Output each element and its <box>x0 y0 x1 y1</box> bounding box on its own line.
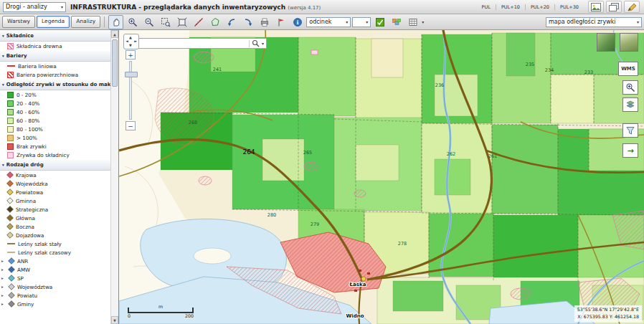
legend-label: Województwa <box>17 284 52 290</box>
tool-next-view[interactable] <box>240 15 255 29</box>
edit-button[interactable] <box>624 1 640 13</box>
pan-down-icon[interactable]: ▼ <box>129 44 132 47</box>
segment-select[interactable]: odcinek ▾ <box>306 17 351 27</box>
legend-item[interactable]: ▸ANR <box>0 257 110 265</box>
legend-item[interactable]: 20 - 40% <box>0 99 110 108</box>
pan-left-icon[interactable]: ◄ <box>126 39 128 43</box>
map[interactable]: 246 241 236 235 234 233 268 264 265 262 … <box>119 30 644 324</box>
legend-item[interactable]: ▸SP <box>0 274 110 282</box>
zoom-slider-handle[interactable] <box>125 72 138 77</box>
pan-pad[interactable]: ▲ ▼ ◄ ► <box>123 34 139 49</box>
sidebar-scrollbar[interactable]: ▲ ▼ <box>110 30 118 324</box>
chevron-down-icon[interactable]: ▾ <box>262 41 264 46</box>
export-image-button[interactable] <box>588 1 604 13</box>
pan-right-icon[interactable]: ► <box>134 39 137 43</box>
tool-pan[interactable] <box>108 15 123 29</box>
legend-item[interactable]: ▸AMW <box>0 265 110 274</box>
tab-warstwy[interactable]: Warstwy <box>2 16 35 28</box>
tool-apply-green[interactable] <box>372 15 387 29</box>
legend-item[interactable]: Dojazdowa <box>0 231 110 239</box>
mode-select[interactable]: Drogi - analizy ▾ <box>3 2 66 12</box>
legend-item[interactable]: 0 - 20% <box>0 90 110 99</box>
info-icon: i <box>293 17 303 27</box>
zoom-layer-button[interactable] <box>622 80 638 95</box>
road-swatch-icon <box>6 171 14 178</box>
legend-section-bariery[interactable]: ▾Bariery <box>0 50 110 62</box>
tool-palette[interactable] <box>389 15 404 29</box>
legend-item[interactable]: Bariera powierzchniowa <box>0 70 110 79</box>
legend-item[interactable]: ▸Gminy <box>0 300 110 308</box>
legend-item[interactable]: Leśny szlak czasowy <box>0 248 110 257</box>
tool-zoom-window[interactable] <box>158 15 173 29</box>
dual-window-button[interactable] <box>606 1 622 13</box>
expander-icon[interactable]: ▸ <box>1 302 6 306</box>
legend-item[interactable]: ▸Województwa <box>0 282 110 291</box>
search-icon[interactable] <box>252 39 260 47</box>
zoom-out-button[interactable]: − <box>126 121 136 130</box>
map-search-input[interactable] <box>139 39 247 47</box>
legend-section-rodzaje-drog[interactable]: ▾Rodzaje dróg <box>0 159 110 171</box>
tool-zoom-in[interactable] <box>125 15 140 29</box>
legend-item[interactable]: Bariera liniowa <box>0 62 110 70</box>
expander-icon[interactable]: ▸ <box>1 285 6 289</box>
legend-item[interactable]: Główna <box>0 214 110 222</box>
legend-item[interactable]: Wojewódzka <box>0 179 110 188</box>
tool-info[interactable]: i <box>290 15 305 29</box>
tool-full-extent[interactable] <box>174 15 189 29</box>
filter-button[interactable] <box>622 123 638 138</box>
map-layer-select[interactable]: mapa odległości zrywki ▾ <box>546 17 642 27</box>
wms-button[interactable]: WMS <box>618 62 638 76</box>
legend-item[interactable]: Leśny szlak stały <box>0 239 110 248</box>
svg-text:Łaska: Łaska <box>349 282 366 287</box>
legend-section-odleglosc-zrywki[interactable]: ▾Odległość zrywki w stosunku do maksymal… <box>0 79 110 90</box>
legend-item[interactable]: 40 - 60% <box>0 108 110 116</box>
legend-item[interactable]: 80 - 100% <box>0 125 110 133</box>
edit-pencil-icon <box>628 3 637 11</box>
tool-grid[interactable] <box>405 15 420 29</box>
legend-item[interactable]: Boczna <box>0 222 110 231</box>
tool-previous-view[interactable] <box>224 15 239 29</box>
pul-link[interactable]: PUL <box>477 4 496 10</box>
layers-button[interactable] <box>622 97 638 112</box>
secondary-select[interactable]: ▾ <box>352 17 371 27</box>
legend-item[interactable]: Gminna <box>0 196 110 205</box>
forward-button[interactable]: → <box>622 143 638 158</box>
expander-icon[interactable]: ▸ <box>1 259 6 263</box>
legend-item[interactable]: ▸Powiatu <box>0 291 110 300</box>
chevron-down-icon[interactable]: ▾ <box>422 19 424 24</box>
color-swatch-icon <box>7 135 14 141</box>
legend-item[interactable]: Składnica drewna <box>0 42 110 50</box>
tool-print[interactable] <box>257 15 272 29</box>
zoom-in-button[interactable]: + <box>126 50 136 59</box>
scroll-thumb[interactable] <box>112 39 118 87</box>
legend-item[interactable]: Krajowa <box>0 171 110 179</box>
scroll-up-button[interactable]: ▲ <box>111 30 118 38</box>
legend-item[interactable]: Zrywka do składnicy <box>0 151 110 159</box>
legend-section-skladnice[interactable]: ▾Składnice <box>0 30 110 42</box>
legend-item[interactable]: > 100% <box>0 133 110 142</box>
legend-item[interactable]: Brak zrywki <box>0 142 110 151</box>
tab-analizy[interactable]: Analizy <box>71 16 100 28</box>
tab-legenda[interactable]: Legenda <box>37 16 70 28</box>
pul-30-link[interactable]: PUL+30 <box>554 4 584 10</box>
color-swatch-icon <box>7 143 14 150</box>
basemap-thumbnail[interactable] <box>620 33 638 52</box>
tool-marker[interactable] <box>273 15 288 29</box>
tool-zoom-out[interactable] <box>141 15 156 29</box>
pul-10-link[interactable]: PUL+10 <box>496 4 525 10</box>
legend-item[interactable]: 60 - 80% <box>0 116 110 125</box>
pul-20-link[interactable]: PUL+20 <box>525 4 554 10</box>
expander-icon[interactable]: ▸ <box>1 267 6 272</box>
map-canvas[interactable]: 246 241 236 235 234 233 268 264 265 262 … <box>119 30 644 324</box>
scroll-down-button[interactable]: ▼ <box>111 316 118 324</box>
legend-item[interactable]: Powiatowa <box>0 188 110 196</box>
legend-item[interactable]: Strategiczna <box>0 205 110 214</box>
tool-measure-distance[interactable] <box>191 15 206 29</box>
overview-map-thumbnail[interactable] <box>597 33 615 52</box>
expander-icon[interactable]: ▸ <box>1 276 6 280</box>
tool-measure-area[interactable] <box>207 15 222 29</box>
zoom-slider-track[interactable] <box>129 61 132 120</box>
pan-up-icon[interactable]: ▲ <box>129 36 132 39</box>
map-toolbar: Warstwy Legenda Analizy <box>0 14 644 30</box>
expander-icon[interactable]: ▸ <box>1 293 6 297</box>
